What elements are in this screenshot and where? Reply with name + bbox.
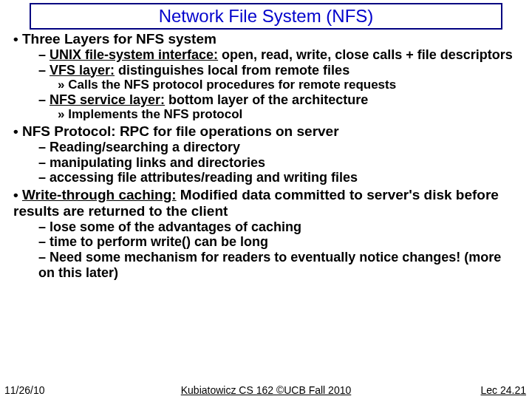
footer-course: Kubiatowicz CS 162 ©UCB Fall 2010 <box>0 384 532 396</box>
sub-file-attrs: accessing file attributes/reading and wr… <box>38 170 519 185</box>
sub-need-mech: Need some mechanism for readers to event… <box>38 250 519 280</box>
footer-page: Lec 24.21 <box>481 384 527 396</box>
title-box: Network File System (NFS) <box>30 3 502 30</box>
bullet-write-through: Write-through caching: Modified data com… <box>13 187 519 219</box>
sub-write-long: time to perform write() can be long <box>38 234 519 250</box>
slide-title: Network File System (NFS) <box>159 6 374 26</box>
subsub-vfs-calls: Calls the NFS protocol procedures for re… <box>58 78 519 92</box>
bullet-three-layers: Three Layers for NFS system <box>13 31 519 47</box>
sub-nfs-service: NFS service layer: bottom layer of the a… <box>38 92 519 108</box>
bullet-nfs-protocol: NFS Protocol: RPC for file operations on… <box>13 123 519 140</box>
sub-unix-interface: UNIX file-system interface: open, read, … <box>38 47 519 63</box>
slide-content: Three Layers for NFS system UNIX file-sy… <box>0 31 532 280</box>
sub-lose-adv: lose some of the advantages of caching <box>38 219 519 235</box>
sub-manip-links: manipulating links and directories <box>38 155 519 171</box>
subsub-implements: Implements the NFS protocol <box>58 107 519 122</box>
sub-vfs-layer: VFS layer: distinguishes local from remo… <box>38 63 519 78</box>
sub-reading-dir: Reading/searching a directory <box>38 140 519 155</box>
